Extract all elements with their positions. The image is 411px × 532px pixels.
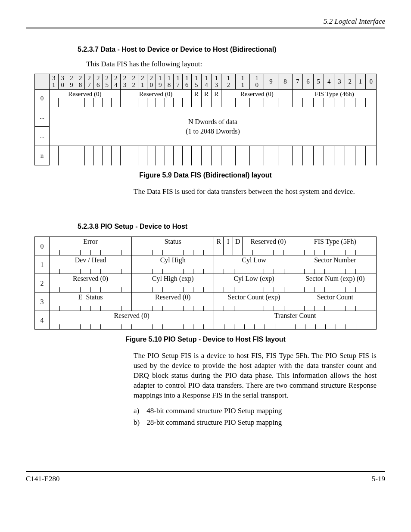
figure-5-9: 3130292827262524232221201918171615141312… [34, 74, 377, 166]
list-item-a: a) 48-bit command structure PIO Setup ma… [134, 405, 385, 417]
figure-5-9-caption: Figure 5.9 Data FIS (Bidirectional) layo… [26, 171, 385, 179]
section-title-5237: 5.2.3.7 Data - Host to Device or Device … [78, 46, 385, 53]
bit-number-row: 3130292827262524232221201918171615141312… [35, 74, 377, 90]
page-footer: C141-E280 5-19 [26, 471, 385, 483]
list-item-b: b) 28-bit command structure PIO Setup ma… [134, 417, 385, 428]
footer-left: C141-E280 [26, 475, 59, 483]
dword0-fields: 0 Reserved (0) Reserved (0) R R R Reserv… [35, 90, 377, 99]
dword0-ticks [35, 98, 377, 107]
fig510-para: The PIO Setup FIS is a device to host FI… [134, 351, 377, 401]
rown-ticks [35, 146, 377, 165]
row-dots-2: ... [35, 127, 50, 146]
row-label-0: 0 [35, 90, 50, 107]
fig59-after-text: The Data FIS is used for data transfers … [134, 187, 377, 197]
intro-text: This Data FIS has the following layout: [86, 59, 377, 69]
figure-5-10-caption: Figure 5.10 PIO Setup - Device to Host F… [26, 336, 385, 343]
figure-5-10: 0ErrorStatusRIDReserved (0)FIS Type (5Fh… [34, 236, 377, 330]
pio-setup-table: 0ErrorStatusRIDReserved (0)FIS Type (5Fh… [34, 236, 377, 330]
data-fis-table: 3130292827262524232221201918171615141312… [34, 74, 377, 166]
running-header: 5.2 Logical Interface [26, 17, 385, 28]
row-dots-1: ... N Dwords of data (1 to 2048 Dwords) [35, 107, 377, 127]
section-title-5238: 5.2.3.8 PIO Setup - Device to Host [78, 223, 385, 230]
footer-right: 5-19 [372, 475, 385, 483]
